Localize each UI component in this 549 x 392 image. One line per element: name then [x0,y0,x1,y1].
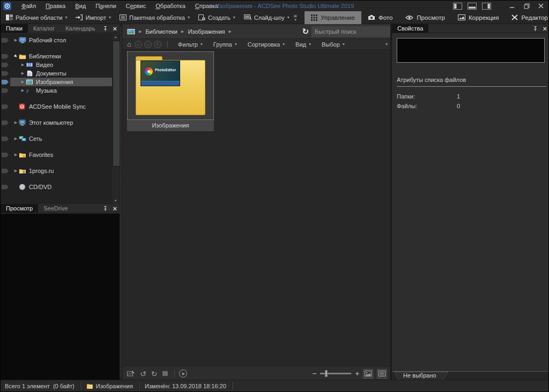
copy-button[interactable] [162,371,168,376]
toolbar-import-button[interactable]: Импорт▾ [71,12,115,24]
mode-develop-button[interactable]: Коррекция [451,11,506,24]
pin-icon[interactable] [533,26,538,32]
toolbar-create-button[interactable]: Создать▾ [194,12,240,24]
layout-right-toggle-button[interactable] [481,2,492,10]
menu-item[interactable]: Файл [17,2,41,10]
easy-select-icon[interactable] [2,71,9,76]
filter-menu-Вид[interactable]: Вид▾ [291,41,315,48]
tab-Просмотр[interactable]: Просмотр [1,204,38,213]
mode-editor-button[interactable]: Редактор [505,11,549,24]
nav-up-icon[interactable]: ↑ [154,41,161,48]
layout-left-toggle-button[interactable] [452,2,463,10]
easy-select-icon[interactable] [2,63,9,67]
tree-item-Favorites[interactable]: ▶★Favorites [1,150,120,159]
tab-Свойства[interactable]: Свойства [392,24,428,33]
toolbar-batch-button[interactable]: Пакетная обработка▾ [115,12,194,24]
tree-item-Видео[interactable]: ▶Видео [1,61,120,69]
toolbar-slideshow-button[interactable]: Слайд-шоу▾ [240,12,294,24]
rotate-cw-button[interactable]: ↻ [151,370,158,378]
filter-menu-Выбор[interactable]: Выбор▾ [317,41,349,48]
tree-item-Музыка[interactable]: ▶♪Музыка [1,86,120,95]
easy-select-icon[interactable] [2,80,9,85]
filter-menu-Сортировка[interactable]: Сортировка▾ [243,41,289,48]
tree-item-label: Документы [35,70,66,77]
tree-item-CD/DVD[interactable]: CD/DVD [1,183,120,191]
tree-item-Документы[interactable]: ▶Документы [1,69,120,78]
expander-collapsed-icon[interactable]: ▶ [20,71,26,76]
mode-manage-button[interactable]: Управление [305,11,361,24]
details-view-button[interactable] [377,369,387,379]
easy-select-icon[interactable] [2,54,9,59]
expander-collapsed-icon[interactable]: ▶ [13,38,19,42]
expander-collapsed-icon[interactable]: ▶ [13,120,19,125]
tab-Папки[interactable]: Папки [1,24,28,33]
restore-button[interactable] [521,2,532,10]
toolbar-workspaces-button[interactable]: Рабочие области▾ [2,12,71,24]
tree-scrollbar[interactable]: ▲ ▼ [112,34,119,204]
mode-view-mode-button[interactable]: Просмотр [399,11,451,24]
easy-select-icon[interactable] [2,88,9,93]
scroll-up-icon[interactable]: ▲ [112,34,119,40]
zoom-slider-handle[interactable] [325,370,328,377]
filter-menu-Фильтр[interactable]: Фильтр▾ [174,41,207,48]
expander-collapsed-icon[interactable]: ▶ [20,63,26,67]
folder-tile-images[interactable]: PhotoEditor Изображения [127,51,214,131]
menu-item[interactable]: Вид [70,2,91,10]
tree-item-Изображения[interactable]: ▶Изображения [1,78,120,86]
pin-icon[interactable] [103,206,108,212]
nav-back-icon[interactable]: ← [135,41,142,48]
menu-item[interactable]: Сервис [121,2,151,10]
zoom-in-button[interactable]: + [355,370,359,378]
expander-collapsed-icon[interactable]: ▶ [13,137,19,141]
app-logo-icon[interactable] [3,2,11,10]
scroll-down-icon[interactable]: ▼ [112,198,119,204]
scrollbar-thumb[interactable] [113,41,120,167]
close-button[interactable] [536,2,546,10]
thumbnails-view-button[interactable] [363,369,373,379]
expander-collapsed-icon[interactable]: ▶ [13,153,19,157]
layout-bottom-toggle-button[interactable] [466,2,477,10]
easy-select-icon[interactable] [2,153,9,157]
tab-not-selected[interactable]: Не выбрано [395,372,448,380]
easy-select-icon[interactable] [2,38,9,43]
expander-collapsed-icon[interactable]: ▶ [20,88,26,93]
mode-photo-button[interactable]: Фото [361,11,399,24]
easy-select-icon[interactable] [2,104,9,109]
refresh-icon[interactable]: ↻ [302,27,309,35]
menu-item[interactable]: Правка [41,2,70,10]
close-icon[interactable]: × [113,26,117,32]
rotate-ccw-button[interactable]: ↺ [140,370,146,378]
pin-icon[interactable] [103,26,108,32]
easy-select-icon[interactable] [2,169,9,174]
filter-menu-Группа[interactable]: Группа▾ [209,41,241,48]
breadcrumb-item[interactable]: Библиотеки [145,28,177,35]
expander-collapsed-icon[interactable]: ▶ [20,80,26,84]
expander-collapsed-icon[interactable]: ▶ [13,169,19,173]
easy-select-icon[interactable] [2,185,9,190]
tree-item-Библиотеки[interactable]: ▶Библиотеки [1,52,120,61]
easy-select-icon[interactable] [2,120,9,125]
edit-image-button[interactable] [127,370,135,377]
slideshow-play-button[interactable]: ▶ [179,370,187,378]
breadcrumb-item[interactable]: Изображения [188,28,225,35]
close-icon[interactable]: × [113,206,117,212]
toolbar-overflow-button[interactable]: »▾ [294,14,297,21]
minimize-button[interactable] [507,2,517,10]
nav-forward-icon[interactable]: → [144,41,152,48]
tree-item-Рабочий стол[interactable]: ▶Рабочий стол [1,36,120,44]
menu-item[interactable]: Панели [91,2,121,10]
easy-select-icon[interactable] [2,137,9,141]
tree-item-Сеть[interactable]: ▶Сеть [1,134,120,143]
home-icon[interactable]: ⌂ [127,41,131,48]
filterbar-overflow-icon[interactable]: ▾ [385,42,388,47]
quick-search-input[interactable] [311,26,395,37]
tab-Календарь[interactable]: Календарь [60,24,101,33]
zoom-slider[interactable] [320,373,351,374]
tree-item-ACDSee Mobile Sync[interactable]: ACDSee Mobile Sync [1,102,120,111]
zoom-out-button[interactable]: − [313,370,317,378]
tab-Каталог[interactable]: Каталог [28,24,60,33]
tree-item-Этот компьютер[interactable]: ▶Этот компьютер [1,118,120,127]
close-icon[interactable]: × [543,26,547,32]
tab-SeeDrive[interactable]: SeeDrive [38,204,73,213]
tree-item-1progs.ru[interactable]: ▶1progs.ru [1,167,120,175]
